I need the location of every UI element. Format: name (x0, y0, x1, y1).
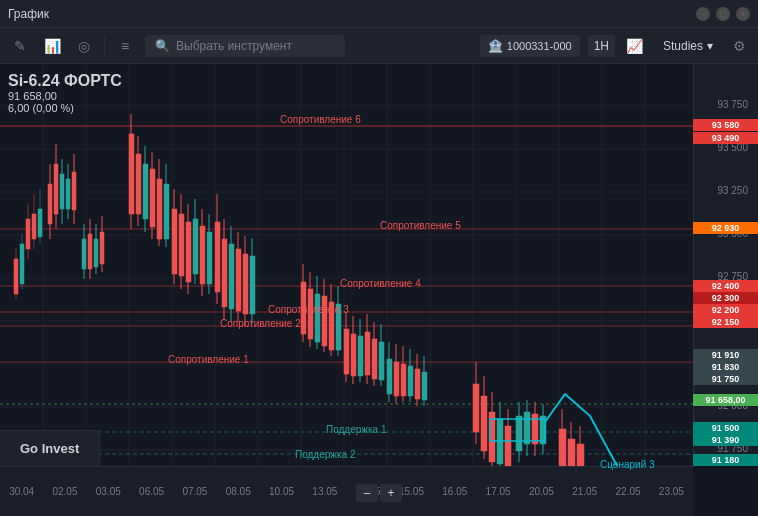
badge-92930: 92 930 (693, 222, 758, 234)
minimize-button[interactable]: – (696, 7, 710, 21)
resistance-1-label: Сопротивление 1 (168, 354, 249, 365)
indicators-icon[interactable]: ◎ (72, 34, 96, 58)
time-0205: 02.05 (43, 486, 86, 497)
account-info: 🏦 1000331-000 (480, 35, 580, 57)
symbol-name: Si-6.24 ФОРТС (8, 72, 122, 90)
support-1-label: Поддержка 1 (326, 424, 387, 435)
time-2005: 20.05 (520, 486, 563, 497)
zoom-out-button[interactable]: – (356, 484, 378, 502)
resistance-2-label: Сопротивление 2 (220, 318, 301, 329)
chart-type-icon[interactable]: 📊 (40, 34, 64, 58)
time-2305: 23.05 (650, 486, 693, 497)
badge-91390: 91 390 (693, 434, 758, 446)
menu-icon[interactable]: ≡ (113, 34, 137, 58)
badge-91180: 91 180 (693, 454, 758, 466)
badge-91830: 91 830 (693, 361, 758, 373)
toolbar: ✎ 📊 ◎ ≡ 🔍 🏦 1000331-000 1H 📈 Studies ▾ ⚙ (0, 28, 758, 64)
go-invest-button[interactable]: Go Invest (0, 430, 100, 466)
price-axis: 93 750 93 500 93 250 93 000 92 750 92 50… (693, 64, 758, 466)
separator-1 (104, 36, 105, 56)
settings-button[interactable]: ⚙ (729, 34, 750, 58)
resistance-6-label: Сопротивление 6 (280, 114, 361, 125)
resistance-4-label: Сопротивление 4 (340, 278, 421, 289)
symbol-price: 91 658,00 (8, 90, 122, 102)
time-1605: 16.05 (433, 486, 476, 497)
scenario-3-label: Сценарий 3 (600, 459, 655, 470)
resistance-3-label: Сопротивление 3 (268, 304, 349, 315)
chart-icon[interactable]: 📈 (623, 34, 647, 58)
account-number: 1000331-000 (507, 40, 572, 52)
time-1705: 17.05 (476, 486, 519, 497)
close-button[interactable]: × (736, 7, 750, 21)
badge-91500: 91 500 (693, 422, 758, 434)
title-bar: График – □ × (0, 0, 758, 28)
time-axis: 30.04 02.05 03.05 06.05 07.05 08.05 10.0… (0, 466, 693, 516)
chevron-down-icon: ▾ (707, 39, 713, 53)
zoom-controls: – + (356, 484, 402, 502)
time-0305: 03.05 (87, 486, 130, 497)
badge-92150: 92 150 (693, 316, 758, 328)
window-controls: – □ × (696, 7, 750, 21)
toolbar-right: 🏦 1000331-000 1H 📈 Studies ▾ ⚙ (480, 34, 750, 58)
time-0705: 07.05 (173, 486, 216, 497)
account-icon: 🏦 (488, 39, 503, 53)
badge-92300: 92 300 (693, 292, 758, 304)
symbol-change: 6,00 (0,00 %) (8, 102, 122, 114)
timeframe-button[interactable]: 1H (588, 35, 615, 57)
badge-91910: 91 910 (693, 349, 758, 361)
badge-92400: 92 400 (693, 280, 758, 292)
time-2105: 21.05 (563, 486, 606, 497)
search-input[interactable] (176, 39, 335, 53)
studies-label: Studies (663, 39, 703, 53)
badge-93580: 93 580 (693, 119, 758, 131)
time-0605: 06.05 (130, 486, 173, 497)
time-3004: 30.04 (0, 486, 43, 497)
title-text: График (8, 7, 696, 21)
badge-92200: 92 200 (693, 304, 758, 316)
badge-91750: 91 750 (693, 373, 758, 385)
zoom-in-button[interactable]: + (380, 484, 402, 502)
badge-current: 91 658,00 (693, 394, 758, 406)
symbol-info: Si-6.24 ФОРТС 91 658,00 6,00 (0,00 %) (8, 72, 122, 114)
studies-button[interactable]: Studies ▾ (655, 35, 721, 57)
price-93250: 93 250 (717, 185, 753, 196)
draw-icon[interactable]: ✎ (8, 34, 32, 58)
support-2-label: Поддержка 2 (295, 449, 356, 460)
time-2205: 22.05 (606, 486, 649, 497)
search-box[interactable]: 🔍 (145, 35, 345, 57)
time-1305: 13.05 (303, 486, 346, 497)
time-0805: 08.05 (217, 486, 260, 497)
badge-93490: 93 490 (693, 132, 758, 144)
price-93750: 93 750 (717, 99, 753, 110)
search-icon: 🔍 (155, 39, 170, 53)
time-1005: 10.05 (260, 486, 303, 497)
maximize-button[interactable]: □ (716, 7, 730, 21)
resistance-5-label: Сопротивление 5 (380, 220, 461, 231)
chart-container: Si-6.24 ФОРТС 91 658,00 6,00 (0,00 %) (0, 64, 758, 516)
